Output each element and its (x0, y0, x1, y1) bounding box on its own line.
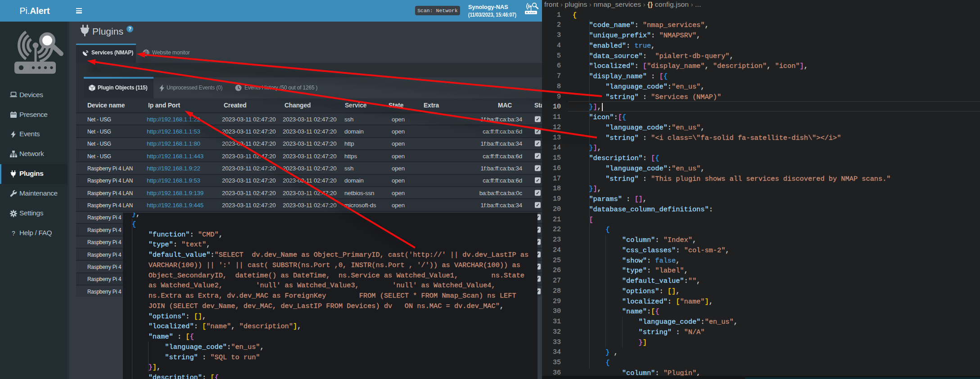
svg-text:?: ? (12, 230, 15, 237)
